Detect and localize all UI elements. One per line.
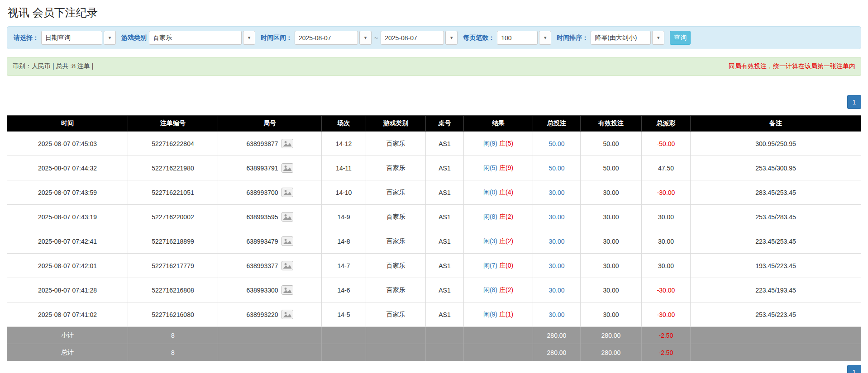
result-image-icon[interactable]: [281, 261, 293, 270]
cell-result: 闲(9)庄(5): [464, 132, 533, 156]
cell-time: 2025-08-07 07:41:28: [7, 278, 128, 302]
game-type-combo: ▾: [149, 31, 255, 45]
cell-bet-id: 522716216808: [128, 278, 218, 302]
col-game-type: 游戏类别: [366, 116, 426, 132]
cell-valid-bet: 30.00: [581, 229, 642, 254]
date-query-select[interactable]: [41, 31, 102, 45]
cell-note: 253.45/223.45: [691, 302, 861, 327]
cell-table-no: AS1: [426, 254, 464, 278]
page-title: 视讯 会员下注纪录: [8, 5, 861, 20]
page-size-label: 每页笔数：: [463, 34, 495, 42]
cell-time: 2025-08-07 07:42:01: [7, 254, 128, 278]
cell-total-bet: 50.00: [533, 132, 581, 156]
result-image-icon[interactable]: [281, 188, 293, 197]
cell-bet-id: 522716220002: [128, 205, 218, 229]
total-bet-link[interactable]: 30.00: [548, 189, 564, 196]
cell-payout: -30.00: [642, 302, 691, 327]
game-type-dropdown-button[interactable]: ▾: [243, 31, 255, 45]
info-bar: 币别：人民币 | 总共 :8 注单 | 同局有效投注，统一计算在该局第一张注单内: [7, 57, 861, 76]
cell-valid-bet: 30.00: [581, 254, 642, 278]
result-image-icon[interactable]: [281, 212, 293, 222]
summary-empty-cell: [426, 327, 464, 344]
chevron-down-icon: ▾: [450, 35, 453, 40]
cell-round-id: 638993300: [246, 287, 278, 294]
cell-payout: 47.50: [642, 156, 691, 180]
page-size-input[interactable]: [497, 31, 538, 45]
date-to-dropdown-button[interactable]: ▾: [445, 31, 458, 45]
cell-time: 2025-08-07 07:43:59: [7, 180, 128, 205]
date-from-combo: ▾: [295, 31, 372, 45]
cell-note: 223.45/193.45: [691, 278, 861, 302]
cell-round-id: 638993595: [246, 213, 278, 221]
cell-time: 2025-08-07 07:41:02: [7, 302, 128, 327]
sort-order-select[interactable]: [591, 31, 651, 45]
pagination-top: 1: [7, 95, 861, 109]
summary-empty-cell: [218, 344, 322, 361]
table-row: 2025-08-07 07:41:28 522716216808 6389933…: [7, 278, 861, 302]
cell-note: 253.45/283.45: [691, 205, 861, 229]
result-banker: 庄(2): [499, 286, 513, 293]
pagination-bottom: 1: [7, 365, 861, 373]
date-query-dropdown-button[interactable]: ▾: [104, 31, 116, 45]
result-image-icon[interactable]: [281, 236, 293, 246]
summary-empty-cell: [218, 327, 322, 344]
cell-valid-bet: 30.00: [581, 278, 642, 302]
summary-count: 8: [128, 327, 218, 344]
result-banker: 庄(1): [499, 311, 513, 318]
cell-valid-bet: 50.00: [581, 132, 642, 156]
cell-payout: -50.00: [642, 132, 691, 156]
page-button-1[interactable]: 1: [847, 95, 861, 109]
date-from-dropdown-button[interactable]: ▾: [359, 31, 372, 45]
total-bet-link[interactable]: 30.00: [548, 287, 564, 294]
total-bet-link[interactable]: 30.00: [548, 213, 564, 221]
page-size-dropdown-button[interactable]: ▾: [539, 31, 551, 45]
cell-session: 14-8: [322, 229, 366, 254]
cell-total-bet: 30.00: [533, 302, 581, 327]
summary-label: 小计: [7, 327, 128, 344]
note-text: 同局有效投注，统一计算在该局第一张注单内: [729, 62, 855, 71]
date-query-combo: ▾: [41, 31, 116, 45]
game-type-label: 游戏类别: [121, 34, 147, 42]
page-button-1[interactable]: 1: [847, 365, 861, 373]
cell-table-no: AS1: [426, 132, 464, 156]
table-row: 2025-08-07 07:41:02 522716216080 6389932…: [7, 302, 861, 327]
result-banker: 庄(9): [499, 164, 513, 171]
chevron-down-icon: ▾: [544, 35, 547, 40]
table-row: 2025-08-07 07:43:19 522716220002 6389935…: [7, 205, 861, 229]
chevron-down-icon: ▾: [364, 35, 367, 40]
summary-total-bet: 280.00: [533, 327, 581, 344]
total-bet-link[interactable]: 50.00: [548, 165, 564, 172]
date-to-combo: ▾: [381, 31, 458, 45]
cell-round-id: 638993791: [246, 165, 278, 172]
cell-time: 2025-08-07 07:43:19: [7, 205, 128, 229]
total-bet-link[interactable]: 30.00: [548, 262, 564, 269]
result-image-icon[interactable]: [281, 163, 293, 173]
result-image-icon[interactable]: [281, 139, 293, 148]
sort-order-dropdown-button[interactable]: ▾: [652, 31, 664, 45]
cell-payout: 30.00: [642, 229, 691, 254]
total-bet-link[interactable]: 30.00: [548, 311, 564, 318]
total-bet-link[interactable]: 30.00: [548, 238, 564, 245]
result-banker: 庄(2): [499, 237, 513, 245]
date-to-input[interactable]: [381, 31, 444, 45]
result-banker: 庄(5): [499, 140, 513, 147]
total-bet-link[interactable]: 50.00: [548, 140, 564, 147]
cell-session: 14-10: [322, 180, 366, 205]
bet-records-table: 时间 注单编号 局号 场次 游戏类别 桌号 结果 总投注 有效投注 总派彩 备注…: [7, 115, 861, 361]
cell-payout: -30.00: [642, 278, 691, 302]
col-result: 结果: [464, 116, 533, 132]
result-image-icon[interactable]: [281, 285, 293, 295]
cell-note: 300.95/250.95: [691, 132, 861, 156]
search-button[interactable]: 查询: [670, 31, 691, 45]
cell-result: 闲(9)庄(1): [464, 302, 533, 327]
summary-valid-bet: 280.00: [581, 327, 642, 344]
cell-game-type: 百家乐: [366, 254, 426, 278]
cell-payout: 30.00: [642, 205, 691, 229]
game-type-select[interactable]: [149, 31, 242, 45]
cell-game-type: 百家乐: [366, 205, 426, 229]
cell-time: 2025-08-07 07:42:41: [7, 229, 128, 254]
date-from-input[interactable]: [295, 31, 358, 45]
cell-note: 253.45/300.95: [691, 156, 861, 180]
cell-total-bet: 30.00: [533, 278, 581, 302]
result-image-icon[interactable]: [281, 310, 293, 319]
